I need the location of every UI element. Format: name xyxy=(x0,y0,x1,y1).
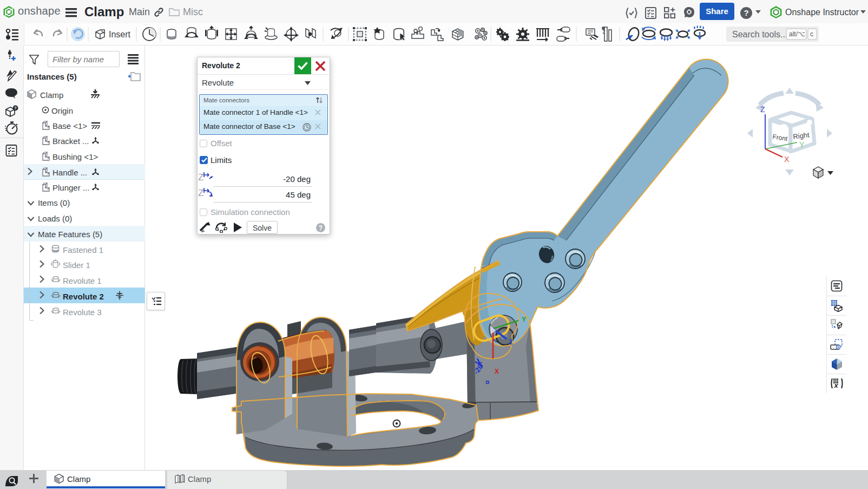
svg-text:Z: Z xyxy=(760,105,765,114)
svg-text:Insert: Insert xyxy=(109,30,131,39)
svg-text:X: X xyxy=(495,368,499,375)
svg-text:?: ? xyxy=(319,224,323,232)
svg-text:Y: Y xyxy=(799,140,805,149)
svg-text:alt/⌥: alt/⌥ xyxy=(789,30,805,38)
svg-text:x: x xyxy=(833,381,838,389)
svg-text:?: ? xyxy=(744,8,748,17)
svg-text:Z: Z xyxy=(509,338,512,346)
svg-text:?: ? xyxy=(14,106,17,110)
svg-text:Y: Y xyxy=(522,315,527,323)
svg-text:Search tools...: Search tools... xyxy=(732,30,787,39)
svg-text:X: X xyxy=(784,155,790,164)
svg-text:c: c xyxy=(810,30,813,38)
